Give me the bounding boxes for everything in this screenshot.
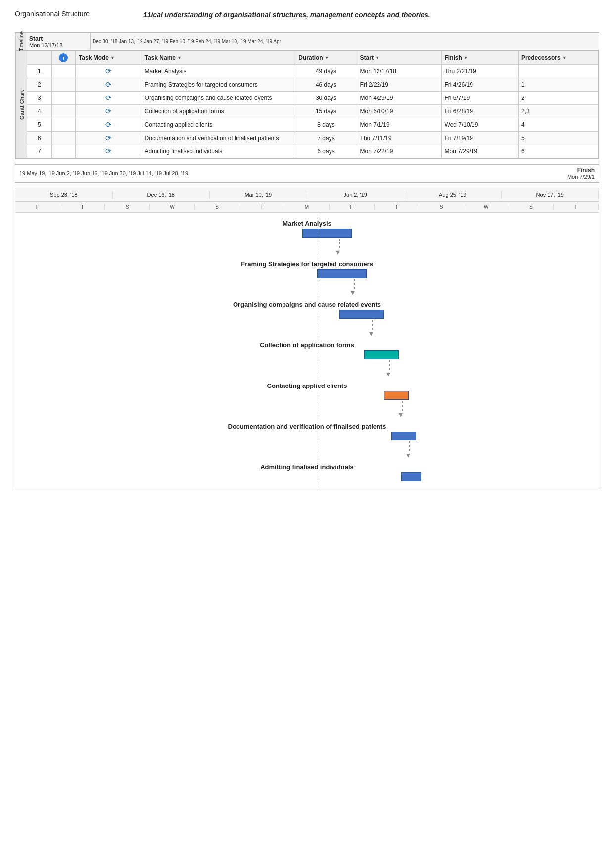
row-name: Documentation and verification of finali… [142, 132, 295, 145]
task-mode-icon: ⟳ [105, 107, 112, 115]
task-table-inner: i Task Mode ▼ Task Name ▼ [27, 51, 598, 158]
start-sort-icon: ▼ [375, 55, 379, 60]
row-finish: Wed 7/10/19 [441, 118, 518, 132]
gantt-down-arrow: ▾ [203, 411, 599, 419]
gantt-day-cell: T [554, 204, 599, 210]
table-header-row: i Task Mode ▼ Task Name ▼ [27, 51, 598, 65]
gantt-body: Market Analysis▾Framing Strategies for t… [15, 213, 599, 489]
row-duration: 8 days [295, 118, 357, 132]
row-start: Thu 7/11/19 [357, 132, 441, 145]
row-predecessors: 6 [518, 145, 598, 158]
gantt-arrow-row [221, 441, 599, 451]
gantt-task-label: Contacting applied clients [15, 382, 599, 389]
gantt-bar-row [15, 472, 599, 481]
th-info: i [51, 51, 75, 65]
timeline-section: Timeline Start Mon 12/17/18 Dec 30, '18 … [15, 32, 599, 159]
gantt-bar [339, 310, 384, 319]
gantt-task-block: Framing Strategies for targeted consumer… [15, 258, 599, 299]
gantt-arrow-row [146, 320, 599, 330]
gantt-day-cell: F [15, 204, 60, 210]
gantt-task-label: Documentation and verification of finali… [15, 423, 599, 430]
row-start: Mon 6/10/19 [357, 105, 441, 118]
gantt-dot-line [389, 360, 390, 370]
gantt-day-cell: F [330, 204, 375, 210]
row-predecessors: 2,3 [518, 105, 598, 118]
gantt-task-label: Market Analysis [15, 220, 599, 227]
row-duration: 46 days [295, 78, 357, 92]
gantt-task-label: Admitting finalised individuals [15, 463, 599, 471]
timeline-start-col: Start Mon 12/17/18 [26, 33, 91, 50]
th-finish[interactable]: Finish ▼ [441, 51, 518, 65]
row-num: 5 [27, 118, 52, 132]
name-sort-icon: ▼ [177, 55, 182, 60]
gantt-chart-label: Gantt Chart [16, 51, 27, 158]
gantt-day-cell: W [464, 204, 509, 210]
gantt-bar-row [15, 310, 599, 319]
row-name: Collection of application forms [142, 105, 295, 118]
row-predecessors: 1 [518, 78, 598, 92]
table-row: 1 ⟳ Market Analysis 49 days Mon 12/17/18… [27, 65, 598, 78]
task-name-header[interactable]: Task Name ▼ [145, 54, 292, 61]
row-info [51, 132, 75, 145]
row-start: Mon 7/1/19 [357, 118, 441, 132]
gantt-date-cell: Dec 16, '18 [113, 191, 210, 199]
gantt-day-cell: S [195, 204, 240, 210]
gantt-day-cell: S [105, 204, 150, 210]
gantt-dot-line [354, 279, 355, 289]
th-start[interactable]: Start ▼ [357, 51, 441, 65]
row-info [51, 145, 75, 158]
duration-sort-icon: ▼ [325, 55, 329, 60]
row-info [51, 118, 75, 132]
predecessors-header[interactable]: Predecessors ▼ [521, 54, 595, 61]
gantt-task-label: Framing Strategies for targeted consumer… [15, 260, 599, 268]
th-num [27, 51, 52, 65]
finish-sort-icon: ▼ [464, 55, 468, 60]
duration-header[interactable]: Duration ▼ [298, 54, 353, 61]
row-num: 4 [27, 105, 52, 118]
th-duration[interactable]: Duration ▼ [295, 51, 357, 65]
row-duration: 15 days [295, 105, 357, 118]
task-mode-icon: ⟳ [105, 94, 112, 102]
table-row: 4 ⟳ Collection of application forms 15 d… [27, 105, 598, 118]
gantt-task-block: Organising compaigns and cause related e… [15, 299, 599, 339]
row-finish: Mon 7/29/19 [441, 145, 518, 158]
table-row: 7 ⟳ Admitting finalised individuals 6 da… [27, 145, 598, 158]
timeline-label: Timeline [15, 33, 26, 50]
finish-header[interactable]: Finish ▼ [445, 54, 515, 61]
gantt-date-cell: Aug 25, '19 [404, 191, 502, 199]
start-header[interactable]: Start ▼ [360, 54, 438, 61]
th-name[interactable]: Task Name ▼ [142, 51, 295, 65]
gantt-down-arrow: ▾ [218, 451, 599, 459]
gantt-day-cell: M [284, 204, 330, 210]
task-mode-icon: ⟳ [105, 134, 112, 142]
gantt-bar [364, 350, 399, 359]
row-finish: Thu 2/21/19 [441, 65, 518, 78]
table-row: 3 ⟳ Organising compaigns and cause relat… [27, 92, 598, 105]
row-name: Framing Strategies for targeted consumer… [142, 78, 295, 92]
gantt-date-cell: Jun 2, '19 [307, 191, 405, 199]
gantt-arrow-row [80, 239, 599, 248]
th-predecessors[interactable]: Predecessors ▼ [518, 51, 598, 65]
row-num: 1 [27, 65, 52, 78]
row-predecessors: 4 [518, 118, 598, 132]
gantt-chart-section: Sep 23, '18Dec 16, '18Mar 10, '19Jun 2, … [15, 188, 599, 489]
gantt-day-cell: T [60, 204, 105, 210]
row-start: Mon 12/17/18 [357, 65, 441, 78]
row-num: 3 [27, 92, 52, 105]
row-mode: ⟳ [75, 105, 142, 118]
gantt-vertical-separator [319, 213, 319, 489]
row-mode: ⟳ [75, 145, 142, 158]
row-mode: ⟳ [75, 65, 142, 78]
gantt-date-cell: Mar 10, '19 [210, 191, 307, 199]
row-mode: ⟳ [75, 78, 142, 92]
gantt-dot-line [339, 239, 340, 248]
row-info [51, 65, 75, 78]
gantt-bar [384, 391, 409, 400]
row-start: Mon 7/22/19 [357, 145, 441, 158]
task-mode-header[interactable]: Task Mode ▼ [79, 54, 139, 61]
pred-sort-icon: ▼ [562, 55, 567, 60]
task-mode-icon: ⟳ [105, 67, 112, 75]
gantt-bar [391, 432, 416, 440]
th-mode[interactable]: Task Mode ▼ [75, 51, 142, 65]
gantt-task-label: Collection of application forms [15, 341, 599, 349]
